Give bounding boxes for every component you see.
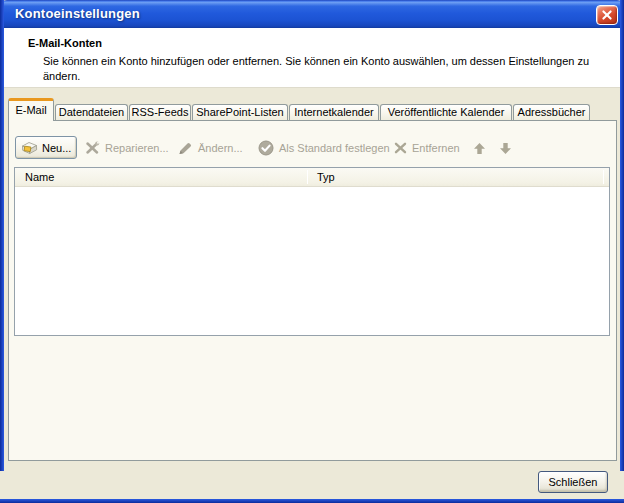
move-up-button: [473, 140, 486, 156]
tab-address-books[interactable]: Adressbücher: [513, 104, 590, 120]
column-separator[interactable]: [603, 170, 604, 184]
window-border-right: [620, 0, 624, 471]
repair-button: Reparieren...: [85, 140, 169, 156]
check-circle-icon: [258, 140, 274, 156]
account-list-header: Name Typ: [15, 168, 609, 187]
arrow-up-icon: [473, 142, 486, 155]
column-header-name[interactable]: Name: [25, 171, 54, 183]
set-default-button: Als Standard festlegen: [258, 140, 390, 156]
tab-sharepoint-lists[interactable]: SharePoint-Listen: [192, 104, 288, 120]
remove-label: Entfernen: [412, 142, 460, 154]
account-list-body[interactable]: [15, 187, 609, 335]
page-title: E-Mail-Konten: [28, 37, 102, 49]
schliessen-button[interactable]: Schließen: [538, 471, 608, 493]
tab-rss-feeds[interactable]: RSS-Feeds: [129, 104, 191, 120]
titlebar[interactable]: Kontoeinstellungen: [0, 0, 624, 28]
dialog-header: E-Mail-Konten Sie können ein Konto hinzu…: [4, 28, 620, 88]
move-down-button: [499, 140, 512, 156]
column-header-typ[interactable]: Typ: [317, 171, 335, 183]
repair-label: Reparieren...: [105, 142, 169, 154]
close-button[interactable]: [596, 5, 618, 25]
new-account-label: Neu...: [42, 142, 71, 154]
set-default-label: Als Standard festlegen: [279, 142, 390, 154]
tab-published-calendars[interactable]: Veröffentlichte Kalender: [380, 104, 512, 120]
page-description: Sie können ein Konto hinzufügen oder ent…: [43, 54, 597, 84]
column-separator[interactable]: [307, 170, 308, 184]
change-label: Ändern...: [198, 142, 243, 154]
new-mail-icon: [21, 141, 38, 155]
close-icon: [601, 9, 613, 21]
window-title: Kontoeinstellungen: [15, 0, 140, 27]
repair-tools-icon: [85, 141, 100, 155]
window-border-left: [0, 0, 4, 471]
tab-internet-calendars[interactable]: Internetkalender: [289, 104, 379, 120]
change-pencil-icon: [178, 142, 193, 155]
remove-button: Entfernen: [394, 140, 460, 156]
window-border-bottom: [0, 499, 624, 503]
tab-data-files[interactable]: Datendateien: [55, 104, 128, 120]
arrow-down-icon: [499, 142, 512, 155]
account-list: Name Typ: [14, 167, 610, 336]
remove-x-icon: [394, 142, 407, 154]
new-account-button[interactable]: Neu...: [15, 136, 77, 159]
account-settings-dialog: Kontoeinstellungen E-Mail-Konten Sie kön…: [0, 0, 624, 503]
change-button: Ändern...: [178, 140, 243, 156]
tab-email[interactable]: E-Mail: [8, 98, 54, 121]
